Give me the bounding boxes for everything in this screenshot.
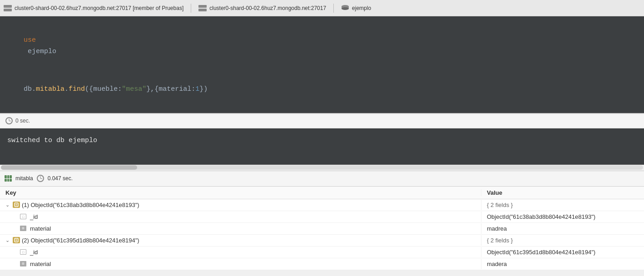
table-icon [5, 175, 12, 182]
row-key: ⌄ (2) ObjectId("61c395d1d8b804e4241e8194… [0, 235, 481, 246]
id-icon: □ [20, 249, 26, 255]
tab-db[interactable]: ejemplo [341, 5, 371, 11]
expand-icon[interactable]: ⌄ [5, 202, 11, 208]
server-icon-2 [198, 5, 207, 11]
table-row: □ _id ObjectId("61c395d1d8b804e4241e8194… [0, 246, 644, 258]
tab-label-2: cluster0-shard-00-02.6huz7.mongodb.net:2… [209, 5, 326, 11]
expand-icon[interactable]: ⌄ [5, 237, 11, 243]
tab-label-3: ejemplo [352, 5, 371, 11]
results-area: Key Value ⌄ (1) ObjectId("61c38ab3d8b804… [0, 187, 644, 270]
tab-connection-1[interactable]: cluster0-shard-00-02.6huz7.mongodb.net:2… [4, 5, 183, 11]
db-name-use: ejemplo [24, 48, 56, 55]
results-tab-bar: mitabla 0.047 sec. [0, 171, 644, 187]
table-row: ⌄ (1) ObjectId("61c38ab3d8b804e4241e8193… [0, 199, 644, 211]
tab-bar: cluster0-shard-00-02.6huz7.mongodb.net:2… [0, 0, 644, 16]
timer-bar-1: 0 sec. [0, 114, 644, 128]
row-key-text: (1) ObjectId("61c38ab3d8b804e4241e8193") [22, 202, 139, 208]
tab-label-1: cluster0-shard-00-02.6huz7.mongodb.net:2… [15, 5, 183, 11]
column-header-key: Key [0, 189, 481, 196]
field-icon: ⊞ [20, 261, 26, 266]
scrollbar-track[interactable] [1, 165, 643, 170]
row-value: madrea [481, 223, 644, 234]
db-icon [341, 5, 349, 11]
row-key: ⊞ material [0, 223, 481, 234]
svg-rect-1 [4, 9, 12, 11]
db-ref: db [24, 85, 32, 93]
code-line-2: db.mitabla.find({mueble:"mesa"},{materia… [7, 72, 637, 107]
doc-icon [13, 202, 20, 208]
row-key-text: _id [30, 213, 38, 220]
tab-separator-2 [333, 4, 334, 13]
scrollbar-thumb[interactable] [1, 165, 137, 170]
svg-rect-2 [198, 5, 207, 8]
svg-rect-3 [198, 9, 207, 11]
row-key: ⌄ (1) ObjectId("61c38ab3d8b804e4241e8193… [0, 200, 481, 210]
tab-connection-2[interactable]: cluster0-shard-00-02.6huz7.mongodb.net:2… [198, 5, 326, 11]
scrollbar-area[interactable] [0, 165, 644, 171]
svg-rect-0 [4, 5, 12, 8]
table-row: □ _id ObjectId("61c38ab3d8b804e4241e8193… [0, 211, 644, 223]
field-icon: ⊞ [20, 226, 26, 231]
timer-duration-1: 0 sec. [15, 118, 30, 124]
row-value: ObjectId("61c38ab3d8b804e4241e8193") [481, 212, 644, 222]
row-key-text: _id [30, 249, 38, 256]
row-key-text: material [30, 225, 51, 232]
output-area: switched to db ejemplo [0, 128, 644, 165]
results-header: Key Value [0, 187, 644, 199]
results-collection-name: mitabla [15, 175, 33, 182]
row-key: □ _id [0, 212, 481, 222]
table-row: ⌄ (2) ObjectId("61c395d1d8b804e4241e8194… [0, 235, 644, 246]
keyword-use: use [24, 36, 36, 44]
row-value: ObjectId("61c395d1d8b804e4241e8194") [481, 247, 644, 257]
svg-rect-10 [15, 238, 18, 242]
row-key: □ _id [0, 247, 481, 257]
method-find: find [69, 85, 85, 93]
clock-icon-1 [5, 117, 13, 124]
code-editor[interactable]: use ejemplo db.mitabla.find({mueble:"mes… [0, 16, 644, 114]
collection-ref: mitabla [36, 85, 64, 93]
row-value: { 2 fields } [481, 200, 644, 210]
tab-separator-1 [191, 4, 191, 13]
row-key-text: (2) ObjectId("61c395d1d8b804e4241e8194") [22, 237, 139, 244]
svg-point-6 [342, 7, 349, 10]
code-line-1: use ejemplo [7, 23, 637, 69]
column-header-value: Value [481, 189, 644, 196]
doc-icon [13, 237, 20, 243]
row-value: madera [481, 259, 644, 269]
row-value: { 2 fields } [481, 235, 644, 246]
results-duration: 0.047 sec. [48, 175, 73, 182]
id-icon: □ [20, 214, 26, 219]
table-row: ⊞ material madrea [0, 223, 644, 235]
clock-icon-2 [37, 175, 44, 182]
server-icon [4, 5, 12, 11]
output-line-1: switched to db ejemplo [7, 135, 637, 147]
row-key: ⊞ material [0, 259, 481, 269]
row-key-text: material [30, 261, 51, 267]
svg-rect-7 [15, 203, 18, 207]
table-row: ⊞ material madera [0, 258, 644, 270]
